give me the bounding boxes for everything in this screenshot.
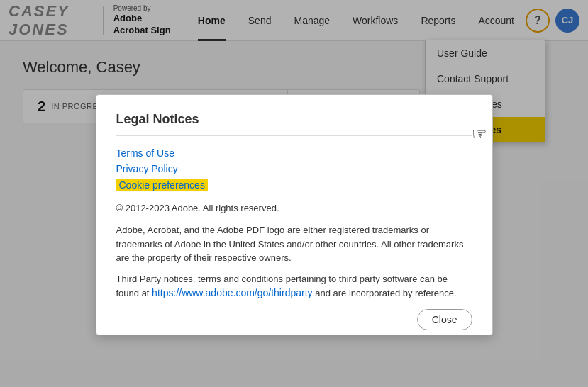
- close-button[interactable]: Close: [417, 309, 472, 330]
- trademark-text: Adobe, Acrobat, and the Adobe PDF logo a…: [116, 223, 472, 265]
- cookie-preferences-link[interactable]: Cookie preferences: [116, 179, 208, 191]
- copyright-text: © 2012-2023 Adobe. All rights reserved.: [116, 203, 472, 213]
- legal-notices-modal: Legal Notices Terms of Use Privacy Polic…: [96, 94, 493, 335]
- third-party-suffix: and are incorporated by reference.: [313, 288, 457, 298]
- third-party-text: Third Party notices, terms and condition…: [116, 272, 472, 301]
- third-party-link[interactable]: https://www.adobe.com/go/thirdparty: [152, 287, 312, 298]
- privacy-policy-link[interactable]: Privacy Policy: [116, 163, 472, 174]
- modal-close-row: Close: [116, 309, 472, 330]
- modal-overlay: Legal Notices Terms of Use Privacy Polic…: [0, 0, 588, 387]
- terms-of-use-link[interactable]: Terms of Use: [116, 147, 472, 159]
- modal-title: Legal Notices: [116, 112, 472, 136]
